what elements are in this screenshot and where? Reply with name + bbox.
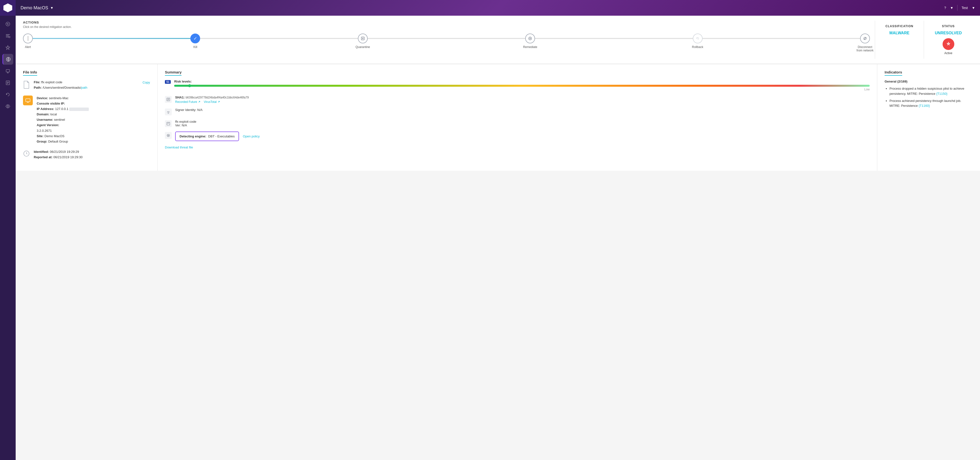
signer-value: N/A: [197, 108, 202, 112]
help-button[interactable]: ?: [944, 6, 946, 10]
detecting-engine-value: DBT - Executables: [208, 134, 235, 138]
identified-value: 06/21/2019 19:29:29: [50, 150, 79, 153]
app-logo[interactable]: S: [0, 0, 16, 16]
step-disconnect-circle[interactable]: [860, 34, 870, 43]
copy-button[interactable]: Copy: [143, 81, 150, 91]
risk-levels-row: S1 Risk levels: Low: [165, 80, 870, 91]
console-ip-label: Console visible IP:: [37, 102, 65, 105]
download-threat-file-link[interactable]: Download threat file: [165, 145, 870, 149]
reported-label: Reported at:: [34, 155, 52, 159]
header-left: Demo MacOS ▼: [21, 5, 54, 11]
sidebar-navigation: [0, 16, 16, 115]
s1-badge: S1: [165, 80, 171, 84]
content-area: ACTIONS Click on the desired mitigation …: [16, 16, 980, 460]
status-badge-label: Active: [929, 51, 968, 55]
device-section: Device: sentinels-Mac Console visible IP…: [23, 96, 150, 144]
connector-alert-kill: [33, 38, 190, 39]
device-label: Device:: [37, 96, 48, 100]
connector-remediate-rollback: [535, 38, 692, 39]
status-value: UNRESOLVED: [929, 31, 968, 35]
sidebar-item-refresh[interactable]: [2, 89, 13, 100]
svg-text:!: !: [948, 43, 949, 46]
file-info-column: File Info File: ffx exploit code Path: /…: [16, 64, 158, 171]
detecting-engine-box: Detecting engine: DBT - Executables: [175, 131, 239, 141]
user-menu[interactable]: Test: [961, 6, 968, 10]
status-header: STATUS: [929, 24, 968, 28]
step-alert: Alert: [23, 34, 33, 43]
sha1-value: b639bca429778d24bda4f4a40c1bbc64de46fa79: [186, 96, 249, 99]
virus-total-link[interactable]: VirusTotal: [204, 100, 220, 104]
sidebar-item-settings[interactable]: [2, 101, 13, 112]
step-kill: ✓ Kill: [190, 34, 200, 43]
user-dropdown-icon[interactable]: ▼: [972, 6, 975, 10]
svg-rect-4: [6, 35, 9, 36]
status-icon: !: [943, 38, 954, 50]
svg-point-8: [8, 59, 9, 60]
indicator-link-1[interactable]: {T1150}: [936, 92, 947, 96]
risk-indicator: [188, 84, 191, 87]
sha1-icon: [165, 96, 172, 103]
title-dropdown-icon[interactable]: ▼: [50, 6, 54, 10]
sha-links: Recorded Future VirusTotal: [175, 100, 870, 104]
signer-content: Signer Identity: N/A: [175, 108, 870, 112]
svg-point-6: [9, 36, 10, 38]
actions-left: ACTIONS Click on the desired mitigation …: [23, 21, 875, 59]
step-quarantine-circle[interactable]: [358, 34, 368, 43]
device-details: Device: sentinels-Mac Console visible IP…: [37, 96, 150, 144]
username-label: Username:: [37, 118, 53, 121]
status-panel: STATUS UNRESOLVED ! Active: [924, 21, 973, 59]
agent-version-value: 3.2.0.2671: [37, 128, 150, 134]
path-link[interactable]: path: [81, 86, 88, 89]
risk-bar: [174, 85, 870, 87]
username-value: sentinel: [54, 118, 65, 121]
risk-label: Risk levels:: [174, 80, 870, 83]
risk-low-label: Low: [174, 88, 870, 91]
step-alert-circle[interactable]: [23, 34, 33, 43]
ip-label: IP Address:: [37, 107, 54, 111]
file-path-section: File: ffx exploit code Path: /Users/sent…: [23, 80, 150, 91]
indicator-link-2[interactable]: {T1160}: [919, 104, 930, 107]
sha1-content: SHA1: b639bca429778d24bda4f4a40c1bbc64de…: [175, 96, 870, 104]
header-right: ? ▼ Test ▼: [944, 5, 975, 11]
steps-container: Alert ✓ Kill: [23, 34, 875, 43]
site-value: Demo MacOS: [45, 134, 65, 138]
domain-label: Domain:: [37, 112, 49, 116]
ip-value: 127.0.0.1: [55, 107, 68, 111]
step-remediate: Remediate: [525, 34, 535, 43]
file-value: ffx exploit code: [41, 80, 62, 84]
signer-label: Signer Identity:: [175, 108, 196, 112]
step-remediate-circle[interactable]: [525, 34, 535, 43]
step-kill-circle[interactable]: ✓: [190, 34, 200, 43]
help-dropdown-icon[interactable]: ▼: [950, 6, 954, 10]
header-divider: [957, 5, 958, 11]
clock-icon: [23, 150, 30, 160]
ip-mask-bar: [69, 107, 89, 111]
device-value: sentinels-Mac: [49, 96, 68, 100]
sidebar-item-activity[interactable]: [2, 19, 13, 29]
sidebar-item-starred[interactable]: [2, 42, 13, 53]
recorded-future-link[interactable]: Recorded Future: [175, 100, 200, 104]
step-rollback-circle[interactable]: [693, 34, 703, 43]
open-policy-link[interactable]: Open policy: [243, 134, 260, 138]
main-area: Demo MacOS ▼ ? ▼ Test ▼ ACTIONS Click on…: [16, 0, 980, 460]
step-rollback: Rollback: [693, 34, 703, 43]
indicator-text-1: Process dropped a hidden suspicious plis…: [889, 87, 964, 96]
classification-header: CLASSIFICATION: [880, 24, 919, 28]
group-value: Default Group: [48, 140, 68, 143]
summary-file-name: ffx exploit code: [175, 120, 870, 123]
svg-rect-29: [26, 99, 30, 102]
file-info-title: File Info: [23, 70, 37, 76]
sidebar-item-threats[interactable]: [2, 54, 13, 65]
sidebar-item-devices[interactable]: [2, 65, 13, 77]
detecting-engine-label: Detecting engine:: [180, 134, 206, 138]
connector-quarantine-remediate: [368, 38, 525, 39]
timestamp-details: Identified: 06/21/2019 19:29:29 Reported…: [34, 149, 150, 160]
actions-subtitle: Click on the desired mitigation action.: [23, 25, 875, 29]
group-label: Group:: [37, 140, 47, 143]
risk-content: Risk levels: Low: [174, 80, 870, 91]
detecting-engine-content: Detecting engine: DBT - Executables Open…: [175, 131, 870, 141]
svg-rect-5: [6, 37, 8, 37]
sidebar-item-search[interactable]: [2, 30, 13, 41]
sidebar-item-reports[interactable]: [2, 77, 13, 88]
top-header: Demo MacOS ▼ ? ▼ Test ▼: [16, 0, 980, 16]
